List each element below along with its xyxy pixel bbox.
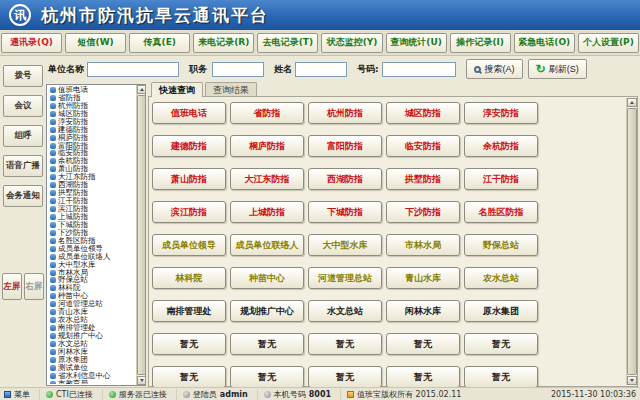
search-field-input[interactable]	[382, 62, 456, 77]
contact-group-button[interactable]: 拱墅防指	[386, 168, 460, 190]
contact-group-button[interactable]: 下沙防指	[386, 201, 460, 223]
contact-group-button[interactable]: 野保总站	[464, 234, 538, 256]
search-bar: 单位名称职务姓名号码: 搜索(A) ↻ 刷新(S)	[46, 56, 640, 82]
contact-group-button[interactable]: 省防指	[230, 102, 304, 124]
contact-group-button[interactable]: 富阳防指	[308, 135, 382, 157]
contact-group-button[interactable]: 暂无	[230, 366, 304, 388]
contact-group-button[interactable]: 临安防指	[386, 135, 460, 157]
contact-group-button[interactable]: 农水总站	[464, 267, 538, 289]
contact-group-button[interactable]: 暂无	[386, 366, 460, 388]
sidebar-button[interactable]: 会议	[3, 95, 43, 117]
contact-group-button[interactable]: 暂无	[464, 366, 538, 388]
menu-item[interactable]: 查询统计(U)	[386, 33, 447, 53]
contact-tree-list: 值班电话省防指杭州防指城区防指淳安防指建德防指桐庐防指富阳防指临安防指余杭防指萧…	[48, 86, 135, 384]
contact-group-button[interactable]: 河道管理总站	[308, 267, 382, 289]
phone-icon	[264, 391, 271, 398]
contact-group-button[interactable]: 萧山防指	[152, 168, 226, 190]
contact-group-button[interactable]: 城区防指	[386, 102, 460, 124]
scroll-up-icon[interactable]	[137, 85, 146, 94]
contact-group-button[interactable]: 闲林水库	[386, 300, 460, 322]
copyright-notice: 值班宝版权所有 2015.02.11	[340, 389, 461, 400]
refresh-icon: ↻	[536, 64, 546, 74]
contact-group-button[interactable]: 余杭防指	[464, 135, 538, 157]
contact-group-button[interactable]: 暂无	[464, 333, 538, 355]
sidebar-button[interactable]: 会务通知	[3, 185, 43, 207]
contact-group-button[interactable]: 大中型水库	[308, 234, 382, 256]
contact-group-button[interactable]: 名胜区防指	[464, 201, 538, 223]
tab-inactive[interactable]: 查询结果	[205, 82, 257, 97]
sidebar-button[interactable]: 拨号	[3, 65, 43, 87]
phone-icon	[50, 317, 56, 323]
menu-item[interactable]: 传真(E)	[129, 33, 190, 53]
phone-number-label: 本机号码	[274, 389, 306, 400]
contact-group-button[interactable]: 西湖防指	[308, 168, 382, 190]
tree-scrollbar-thumb[interactable]	[137, 95, 146, 375]
scroll-up-icon[interactable]	[627, 98, 637, 107]
search-field-input[interactable]	[295, 62, 347, 77]
contact-group-button[interactable]: 成员单位领导	[152, 234, 226, 256]
search-field-label: 号码:	[357, 63, 379, 76]
contact-group-button[interactable]: 建德防指	[152, 135, 226, 157]
search-field-label: 姓名	[274, 63, 292, 76]
contact-group-button[interactable]: 原水集团	[464, 300, 538, 322]
menu-item[interactable]: 操作记录(I)	[450, 33, 511, 53]
menu-icon	[4, 391, 11, 398]
contact-group-button[interactable]: 淳安防指	[464, 102, 538, 124]
contact-group-button[interactable]: 滨江防指	[152, 201, 226, 223]
title-bar: 讯 杭州市防汛抗旱云通讯平台	[0, 0, 640, 30]
phone-icon	[50, 95, 56, 101]
sidebar-button[interactable]: 组呼	[3, 125, 43, 147]
contact-group-button[interactable]: 暂无	[386, 333, 460, 355]
phone-icon	[50, 111, 56, 117]
phone-icon	[50, 87, 56, 93]
screen-toggle-group: 左屏右屏	[2, 273, 46, 300]
menu-item[interactable]: 通讯录(Q)	[1, 33, 62, 53]
contact-group-button[interactable]: 暂无	[152, 366, 226, 388]
contact-group-button[interactable]: 大江东防指	[230, 168, 304, 190]
contact-group-button[interactable]: 南排管理处	[152, 300, 226, 322]
phone-icon	[50, 238, 56, 244]
contact-group-button[interactable]: 市林水局	[386, 234, 460, 256]
phone-icon	[50, 182, 56, 188]
contact-group-button[interactable]: 暂无	[230, 333, 304, 355]
scroll-down-icon[interactable]	[137, 376, 146, 385]
contact-group-button[interactable]: 桐庐防指	[230, 135, 304, 157]
contact-group-button[interactable]: 上城防指	[230, 201, 304, 223]
search-button-label: 搜索(A)	[485, 63, 515, 76]
menu-item[interactable]: 个人设置(P)	[578, 33, 639, 53]
contact-group-button[interactable]: 林科院	[152, 267, 226, 289]
contact-group-button[interactable]: 种苗中心	[230, 267, 304, 289]
contact-group-button[interactable]: 水文总站	[308, 300, 382, 322]
search-field-input[interactable]	[87, 62, 179, 77]
phone-icon	[50, 365, 56, 371]
search-button[interactable]: 搜索(A)	[466, 59, 523, 79]
contact-group-button[interactable]: 青山水库	[386, 267, 460, 289]
search-form: 单位名称职务姓名号码:	[48, 62, 466, 77]
phone-icon	[50, 222, 56, 228]
menu-item[interactable]: 紧急电话(O)	[514, 33, 575, 53]
menu-item[interactable]: 来电记录(R)	[193, 33, 254, 53]
contact-group-button[interactable]: 暂无	[308, 366, 382, 388]
contact-group-button[interactable]: 规划推广中心	[230, 300, 304, 322]
contact-group-button[interactable]: 成员单位联络人	[230, 234, 304, 256]
menu-item[interactable]: 短信(W)	[65, 33, 126, 53]
tab-active[interactable]: 快速查询	[151, 82, 203, 97]
contact-group-button[interactable]: 杭州防指	[308, 102, 382, 124]
search-field-input[interactable]	[212, 62, 264, 77]
status-menu-button[interactable]: 菜单	[4, 389, 30, 400]
contact-group-button[interactable]: 值班电话	[152, 102, 226, 124]
grid-scrollbar-thumb[interactable]	[627, 108, 637, 375]
screen-toggle-button[interactable]: 左屏	[2, 273, 22, 300]
sidebar-button[interactable]: 语音广播	[3, 155, 43, 177]
scroll-down-icon[interactable]	[627, 376, 637, 385]
contact-group-button[interactable]: 江干防指	[464, 168, 538, 190]
refresh-button[interactable]: ↻ 刷新(S)	[528, 59, 587, 79]
screen-toggle-button[interactable]: 右屏	[24, 273, 44, 300]
menu-item[interactable]: 去电记录(T)	[257, 33, 318, 53]
contact-group-button[interactable]: 下城防指	[308, 201, 382, 223]
contact-group-button[interactable]: 暂无	[152, 333, 226, 355]
menu-item[interactable]: 状态监控(Y)	[321, 33, 382, 53]
phone-icon	[50, 119, 56, 125]
contact-group-button[interactable]: 暂无	[308, 333, 382, 355]
phone-icon	[50, 206, 56, 212]
